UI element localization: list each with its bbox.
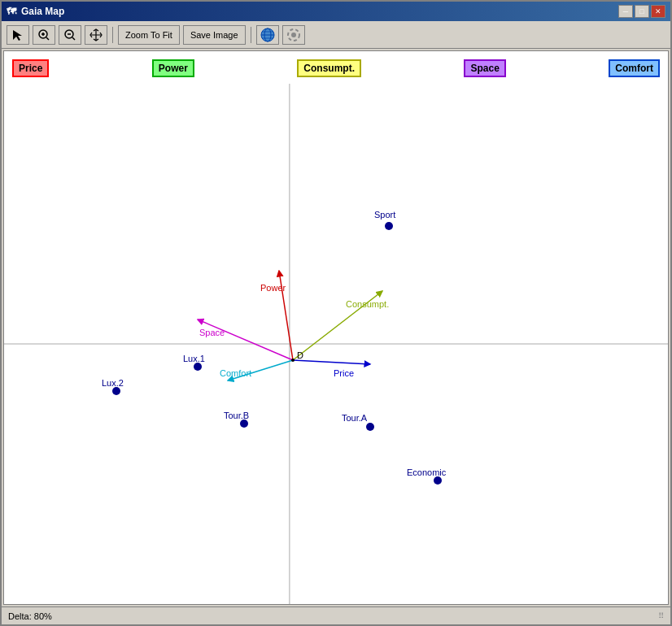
globe-button[interactable] [256, 25, 279, 45]
chart-svg: Power Space Consumpt. Price Comfort D Sp… [4, 84, 668, 604]
save-image-button[interactable]: Save Image [183, 25, 246, 45]
settings-button[interactable] [282, 25, 305, 45]
resize-handle[interactable]: ⠿ [658, 611, 664, 620]
lux2-point [112, 387, 120, 395]
toolbar: Zoom To Fit Save Image [2, 21, 670, 49]
d-label: D [297, 350, 303, 360]
main-window: 🗺 Gaia Map ─ □ ✕ [0, 0, 672, 626]
price-label: Price [12, 59, 49, 77]
economic-label: Economic [407, 467, 447, 477]
sport-point [385, 222, 393, 230]
title-bar-buttons: ─ □ ✕ [618, 5, 665, 18]
d-point [291, 359, 295, 362]
toolbar-separator-2 [251, 27, 251, 43]
zoom-to-fit-button[interactable]: Zoom To Fit [118, 25, 180, 45]
select-tool-button[interactable] [7, 25, 29, 45]
power-label: Power [152, 59, 194, 77]
maximize-button[interactable]: □ [635, 5, 649, 18]
minimize-button[interactable]: ─ [618, 5, 633, 18]
price-vector [293, 360, 370, 364]
space-vector [198, 320, 293, 360]
lux1-point [194, 363, 202, 371]
delta-status: Delta: 80% [8, 611, 52, 621]
consumpt-vector-label: Consumpt. [346, 299, 389, 309]
window-icon: 🗺 [7, 6, 16, 17]
space-vector-label: Space [199, 328, 225, 337]
lux2-label: Lux.2 [102, 378, 124, 388]
zoom-in-button[interactable] [33, 25, 55, 45]
zoom-out-button[interactable] [59, 25, 81, 45]
toolbar-separator [112, 27, 113, 43]
status-bar: Delta: 80% ⠿ [2, 606, 670, 624]
axis-labels-top: Price Power Consumpt. Space Comfort [4, 59, 668, 77]
space-label: Space [464, 59, 505, 77]
price-vector-label: Price [334, 368, 354, 378]
tour-b-point [240, 420, 248, 428]
title-bar-left: 🗺 Gaia Map [7, 6, 64, 17]
svg-line-3 [46, 37, 49, 40]
svg-line-6 [72, 37, 75, 40]
window-title: Gaia Map [21, 6, 64, 17]
title-bar: 🗺 Gaia Map ─ □ ✕ [2, 2, 670, 21]
comfort-label: Comfort [609, 59, 660, 77]
power-vector-label: Power [260, 283, 286, 293]
svg-point-12 [291, 33, 296, 37]
sport-label: Sport [374, 210, 395, 220]
consumpt-label: Consumpt. [297, 59, 361, 77]
economic-point [434, 476, 442, 485]
tour-a-point [366, 423, 374, 431]
lux1-label: Lux.1 [183, 354, 205, 363]
comfort-vector-label: Comfort [220, 368, 251, 378]
chart-area: Price Power Consumpt. Space Comfort Powe… [3, 50, 669, 605]
tour-b-label: Tour.B [224, 411, 249, 420]
tour-a-label: Tour.A [342, 413, 368, 423]
close-button[interactable]: ✕ [651, 5, 665, 18]
pan-tool-button[interactable] [85, 25, 107, 45]
